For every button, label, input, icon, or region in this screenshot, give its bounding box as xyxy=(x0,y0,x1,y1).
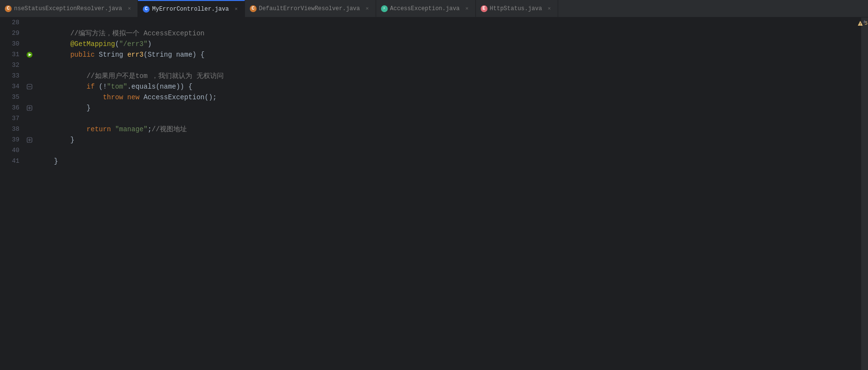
line-gutter-30 xyxy=(24,39,35,49)
line-content-35: throw new AccessException(); xyxy=(35,92,861,103)
line-row-32: 32 xyxy=(0,60,861,71)
line-content-31: public String err3(String name) { xyxy=(35,49,861,60)
scroll-up[interactable]: ▲ xyxy=(861,17,868,25)
line-row-30: 30 @GetMapping("/err3") xyxy=(0,39,861,49)
line-num-29: 29 xyxy=(0,28,24,39)
line-content-40 xyxy=(35,145,861,156)
string-manage-38: "manage" xyxy=(115,125,148,133)
line-num-39: 39 xyxy=(0,135,24,145)
kw-throw-35: throw xyxy=(103,93,123,101)
tab-accessexception-label: AccessException.java xyxy=(390,5,460,12)
line-content-37 xyxy=(35,113,861,124)
string-30: "/err3" xyxy=(119,40,148,48)
tab-httpstatus-icon: E xyxy=(481,5,487,12)
classname-access-35: AccessException xyxy=(143,93,204,101)
tab-accessexception[interactable]: ⚡ AccessException.java × xyxy=(376,0,476,17)
line-num-35: 35 xyxy=(0,92,24,103)
tab-nse[interactable]: C nseStatusExceptionResolver.java × xyxy=(0,0,138,17)
tab-myerror-close[interactable]: × xyxy=(233,6,240,13)
tab-defaulterror[interactable]: C DefaultErrorViewResolver.java × xyxy=(245,0,376,17)
tab-defaulterror-close[interactable]: × xyxy=(364,5,371,12)
comment-38: //视图地址 xyxy=(152,125,187,133)
line-num-41: 41 xyxy=(0,156,24,167)
line-row-37: 37 xyxy=(0,113,861,124)
fold-end-icon-39[interactable] xyxy=(27,137,32,143)
line-gutter-38 xyxy=(24,124,35,135)
line-content-33: //如果用户不是tom ，我们就认为 无权访问 xyxy=(35,71,861,81)
line-content-36: } xyxy=(35,103,861,113)
line-gutter-28 xyxy=(24,17,35,28)
annotation-30: @GetMapping xyxy=(70,40,115,48)
line-num-28: 28 xyxy=(0,17,24,28)
tab-myerror[interactable]: C MyErrorController.java × xyxy=(138,0,244,17)
line-content-28 xyxy=(35,17,861,28)
line-row-40: 40 xyxy=(0,145,861,156)
tab-nse-label: nseStatusExceptionResolver.java xyxy=(14,5,122,12)
line-gutter-29 xyxy=(24,28,35,39)
line-content-32 xyxy=(35,60,861,71)
code-container: 28 29 //编写方法，模拟一个 AccessException 30 @Ge… xyxy=(0,17,861,370)
line-row-34: 34 if (!"tom".equals(name)) { xyxy=(0,81,861,92)
kw-if-34: if xyxy=(87,83,95,91)
tab-bar: C nseStatusExceptionResolver.java × C My… xyxy=(0,0,868,17)
line-num-33: 33 xyxy=(0,71,24,81)
line-num-32: 32 xyxy=(0,60,24,71)
line-gutter-35 xyxy=(24,92,35,103)
tab-httpstatus[interactable]: E HttpStatus.java × xyxy=(476,0,558,17)
tab-accessexception-close[interactable]: × xyxy=(464,5,471,12)
line-content-30: @GetMapping("/err3") xyxy=(35,39,861,49)
line-row-35: 35 throw new AccessException(); xyxy=(0,92,861,103)
line-num-36: 36 xyxy=(0,103,24,113)
tab-httpstatus-label: HttpStatus.java xyxy=(490,5,542,12)
line-row-38: 38 return "manage";//视图地址 xyxy=(0,124,861,135)
right-panel[interactable]: ! 5 ▲ xyxy=(861,17,868,370)
line-content-29: //编写方法，模拟一个 AccessException xyxy=(35,28,861,39)
line-gutter-34[interactable] xyxy=(24,81,35,92)
line-row-36: 36 } xyxy=(0,103,861,113)
line-gutter-33 xyxy=(24,71,35,81)
type-string2-31: String xyxy=(148,51,172,59)
kw-return-38: return xyxy=(87,125,111,133)
comment-29: //编写方法，模拟一个 AccessException xyxy=(38,30,204,37)
line-content-41: } xyxy=(35,156,861,167)
line-gutter-37 xyxy=(24,113,35,124)
line-num-31: 31 xyxy=(0,49,24,60)
tab-accessexception-icon: ⚡ xyxy=(381,5,388,12)
line-row-39: 39 } xyxy=(0,135,861,145)
editor-area: 28 29 //编写方法，模拟一个 AccessException 30 @Ge… xyxy=(0,17,868,370)
tab-nse-close[interactable]: × xyxy=(126,5,133,12)
method-err3-31: err3 xyxy=(127,51,144,59)
line-gutter-40 xyxy=(24,145,35,156)
type-string-31: String xyxy=(99,51,123,59)
line-content-39: } xyxy=(35,135,861,145)
line-content-34: if (!"tom".equals(name)) { xyxy=(35,81,861,92)
line-row-41: 41 } xyxy=(0,156,861,167)
tab-defaulterror-icon: C xyxy=(250,5,257,12)
run-icon-31[interactable] xyxy=(26,51,33,58)
line-content-38: return "manage";//视图地址 xyxy=(35,124,861,135)
line-gutter-36[interactable] xyxy=(24,103,35,113)
line-row-29: 29 //编写方法，模拟一个 AccessException xyxy=(0,28,861,39)
kw-public-31: public xyxy=(70,51,94,59)
tab-defaulterror-label: DefaultErrorViewResolver.java xyxy=(259,5,360,12)
line-gutter-41 xyxy=(24,156,35,167)
tab-myerror-label: MyErrorController.java xyxy=(152,6,228,13)
line-num-40: 40 xyxy=(0,145,24,156)
line-num-34: 34 xyxy=(0,81,24,92)
line-num-30: 30 xyxy=(0,39,24,49)
line-row-33: 33 //如果用户不是tom ，我们就认为 无权访问 xyxy=(0,71,861,81)
line-gutter-39[interactable] xyxy=(24,135,35,145)
line-gutter-32 xyxy=(24,60,35,71)
tab-myerror-icon: C xyxy=(143,6,150,13)
fold-end-icon-36[interactable] xyxy=(27,105,32,111)
line-row-31: 31 public String err3(String name) { xyxy=(0,49,861,60)
line-row-28: 28 xyxy=(0,17,861,28)
comment-33: //如果用户不是tom ，我们就认为 无权访问 xyxy=(87,72,224,80)
tab-httpstatus-close[interactable]: × xyxy=(546,5,553,12)
tab-nse-icon: C xyxy=(5,5,12,12)
line-num-38: 38 xyxy=(0,124,24,135)
line-num-37: 37 xyxy=(0,113,24,124)
line-gutter-31[interactable] xyxy=(24,49,35,60)
fold-icon-34[interactable] xyxy=(27,84,32,90)
string-tom-34: "tom" xyxy=(107,83,127,91)
